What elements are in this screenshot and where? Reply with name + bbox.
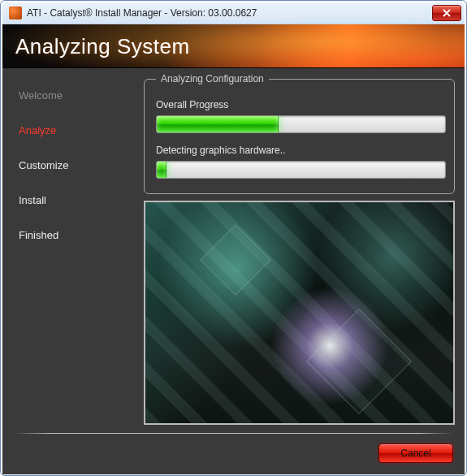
header-banner: Analyzing System xyxy=(2,24,465,68)
window-title: ATI - Catalyst® Install Manager - Versio… xyxy=(27,7,432,19)
app-icon xyxy=(9,6,22,19)
overall-progress-fill xyxy=(157,116,279,132)
close-button[interactable] xyxy=(432,5,461,21)
step-welcome: Welcome xyxy=(19,78,141,113)
app-window: ATI - Catalyst® Install Manager - Versio… xyxy=(0,0,467,476)
cancel-button-label: Cancel xyxy=(400,448,430,459)
step-sidebar: Welcome Analyze Customize Install Finish… xyxy=(11,73,144,425)
step-finished: Finished xyxy=(19,218,141,253)
analyzing-configuration-group: Analyzing Configuration Overall Progress… xyxy=(144,73,455,194)
task-progress-label: Detecting graphics hardware.. xyxy=(156,145,444,156)
step-analyze: Analyze xyxy=(19,113,141,148)
decorative-artwork xyxy=(144,201,455,425)
titlebar: ATI - Catalyst® Install Manager - Versio… xyxy=(2,2,465,24)
step-install: Install xyxy=(19,183,141,218)
footer: Cancel xyxy=(2,425,465,474)
overall-progress-bar xyxy=(156,115,446,133)
step-customize: Customize xyxy=(19,148,141,183)
task-progress-fill xyxy=(157,162,166,178)
group-legend: Analyzing Configuration xyxy=(156,73,269,84)
overall-progress-label: Overall Progress xyxy=(156,99,444,110)
cancel-button[interactable]: Cancel xyxy=(378,444,453,463)
task-progress-bar xyxy=(156,161,446,179)
main-panel: Analyzing Configuration Overall Progress… xyxy=(144,73,456,425)
footer-divider xyxy=(14,433,453,434)
close-icon xyxy=(443,9,451,17)
content-area: Welcome Analyze Customize Install Finish… xyxy=(2,68,465,474)
page-title: Analyzing System xyxy=(15,34,190,59)
